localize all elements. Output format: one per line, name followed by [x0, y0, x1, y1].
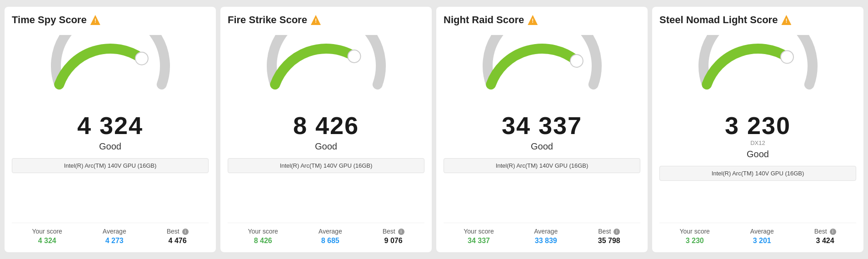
card-title-fire-strike: Fire Strike Score — [228, 14, 424, 26]
svg-point-2 — [570, 55, 583, 67]
stat-average-value: 33 839 — [535, 237, 557, 245]
stat-average-value: 3 201 — [753, 237, 771, 245]
stat-average-label: Average — [319, 228, 342, 235]
score-value-time-spy: 4 324 — [77, 111, 143, 139]
card-time-spy: Time Spy Score 4 324 Good Intel(R) Arc(T… — [5, 7, 216, 252]
gauge-container-fire-strike — [263, 35, 390, 108]
card-title-steel-nomad: Steel Nomad Light Score — [659, 14, 856, 26]
stats-row-time-spy: Your score 4 324 Average 4 273 Best i 4 … — [12, 223, 209, 245]
gpu-name-fire-strike: Intel(R) Arc(TM) 140V GPU (16GB) — [228, 158, 424, 173]
stat-your-score-label: Your score — [679, 228, 709, 235]
info-icon: i — [182, 229, 189, 235]
score-label-fire-strike: Good — [315, 141, 337, 152]
cards-container: Time Spy Score 4 324 Good Intel(R) Arc(T… — [5, 7, 863, 252]
card-fire-strike: Fire Strike Score 8 426 Good Intel(R) Ar… — [220, 7, 432, 252]
gauge-container-night-raid — [479, 35, 606, 108]
stat-average-label: Average — [534, 228, 558, 235]
svg-point-3 — [780, 50, 793, 63]
stat-your-score-col: Your score 4 324 — [32, 228, 62, 245]
stat-average-value: 4 273 — [105, 237, 124, 245]
warning-icon — [528, 15, 538, 25]
info-icon: i — [398, 229, 404, 235]
stat-best-col: Best i 9 076 — [383, 228, 404, 245]
score-subtitle-steel-nomad: DX12 — [750, 139, 765, 146]
score-label-night-raid: Good — [531, 141, 553, 152]
stat-your-score-label: Your score — [248, 228, 278, 235]
stat-average-col: Average 4 273 — [103, 228, 126, 245]
stat-best-label: Best i — [598, 228, 620, 235]
stat-average-label: Average — [750, 228, 774, 235]
stat-best-col: Best i 3 424 — [814, 228, 836, 245]
stat-your-score-value: 4 324 — [38, 237, 56, 245]
info-icon: i — [614, 229, 620, 235]
card-title-text: Time Spy Score — [12, 14, 87, 26]
card-title-text: Night Raid Score — [444, 14, 524, 26]
gauge-svg — [694, 35, 822, 108]
stat-average-value: 8 685 — [321, 237, 339, 245]
stat-your-score-col: Your score 3 230 — [679, 228, 709, 245]
info-icon: i — [830, 229, 836, 235]
warning-icon — [90, 15, 100, 25]
card-night-raid: Night Raid Score 34 337 Good Intel(R) Ar… — [436, 7, 648, 252]
card-title-night-raid: Night Raid Score — [444, 14, 640, 26]
card-steel-nomad: Steel Nomad Light Score 3 230 DX12 Good … — [652, 7, 863, 252]
svg-point-1 — [348, 50, 360, 63]
svg-point-0 — [135, 52, 148, 65]
stat-best-col: Best i 35 798 — [598, 228, 620, 245]
gpu-name-night-raid: Intel(R) Arc(TM) 140V GPU (16GB) — [444, 158, 640, 173]
stat-your-score-label: Your score — [464, 228, 494, 235]
stat-best-value: 35 798 — [598, 237, 620, 245]
stat-best-col: Best i 4 476 — [167, 228, 189, 245]
stat-average-label: Average — [103, 228, 126, 235]
warning-icon — [781, 15, 791, 25]
stats-row-steel-nomad: Your score 3 230 Average 3 201 Best i 3 … — [659, 223, 856, 245]
stat-best-label: Best i — [814, 228, 836, 235]
gauge-svg — [47, 35, 174, 108]
stat-your-score-col: Your score 8 426 — [248, 228, 278, 245]
gauge-svg — [263, 35, 390, 108]
gauge-svg — [479, 35, 606, 108]
score-label-time-spy: Good — [99, 141, 121, 152]
stat-average-col: Average 3 201 — [750, 228, 774, 245]
card-title-time-spy: Time Spy Score — [12, 14, 209, 26]
card-title-text: Steel Nomad Light Score — [659, 14, 778, 26]
stat-your-score-value: 34 337 — [468, 237, 490, 245]
gpu-name-steel-nomad: Intel(R) Arc(TM) 140V GPU (16GB) — [659, 166, 856, 181]
gauge-container-steel-nomad — [694, 35, 822, 108]
score-label-steel-nomad: Good — [747, 149, 769, 159]
score-value-fire-strike: 8 426 — [293, 111, 359, 139]
stats-row-fire-strike: Your score 8 426 Average 8 685 Best i 9 … — [228, 223, 424, 245]
stat-your-score-col: Your score 34 337 — [464, 228, 494, 245]
stat-average-col: Average 33 839 — [534, 228, 558, 245]
card-title-text: Fire Strike Score — [228, 14, 307, 26]
stat-your-score-label: Your score — [32, 228, 62, 235]
stat-average-col: Average 8 685 — [319, 228, 342, 245]
stat-best-value: 4 476 — [169, 237, 187, 245]
stat-best-value: 9 076 — [384, 237, 403, 245]
stats-row-night-raid: Your score 34 337 Average 33 839 Best i … — [444, 223, 640, 245]
stat-best-label: Best i — [167, 228, 189, 235]
gpu-name-time-spy: Intel(R) Arc(TM) 140V GPU (16GB) — [12, 158, 209, 173]
stat-best-value: 3 424 — [816, 237, 834, 245]
stat-your-score-value: 8 426 — [254, 237, 272, 245]
score-value-steel-nomad: 3 230 — [725, 111, 791, 139]
gauge-container-time-spy — [47, 35, 174, 108]
stat-your-score-value: 3 230 — [686, 237, 704, 245]
score-value-night-raid: 34 337 — [502, 111, 582, 139]
warning-icon — [311, 15, 321, 25]
stat-best-label: Best i — [383, 228, 404, 235]
